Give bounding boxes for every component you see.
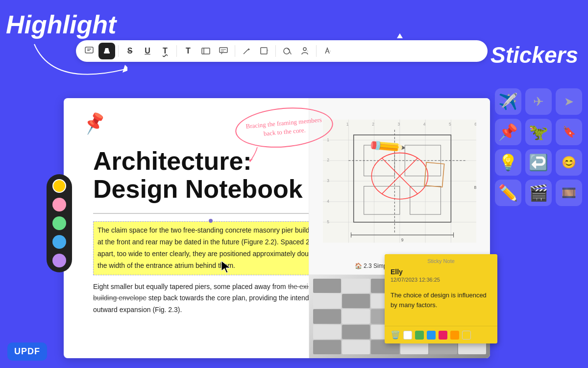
triangle-decoration xyxy=(397,33,403,38)
comment-button[interactable] xyxy=(81,43,98,59)
document-title: Architecture:Design Notebook xyxy=(93,147,328,203)
pencil-button[interactable] xyxy=(238,43,255,59)
color-palette xyxy=(47,174,72,272)
svg-rect-15 xyxy=(261,48,267,54)
building-cell xyxy=(313,309,341,323)
color-yellow[interactable] xyxy=(52,179,66,193)
squiggle-button[interactable]: T xyxy=(157,43,173,59)
building-cell xyxy=(342,279,370,293)
svg-rect-8 xyxy=(220,48,227,53)
doc-divider xyxy=(93,213,328,214)
svg-text:3: 3 xyxy=(397,122,400,127)
sticker-arrow-3[interactable]: 🔖 xyxy=(556,119,582,145)
svg-text:5: 5 xyxy=(449,122,451,127)
sticky-note: Sticky Note Elly 12/07/2023 12:36:25 The… xyxy=(385,254,497,343)
sticker-dinosaur[interactable]: 🦖 xyxy=(525,119,552,145)
toolbar: S U T T xyxy=(76,40,488,62)
fill-button[interactable] xyxy=(279,43,295,59)
shapes-button[interactable] xyxy=(256,43,272,59)
sticky-color-yellow[interactable] xyxy=(462,331,471,340)
sticky-color-orange[interactable] xyxy=(450,331,459,340)
svg-rect-4 xyxy=(104,52,110,53)
sticker-pushpin[interactable]: 📌 xyxy=(495,119,521,145)
sticky-color-pink[interactable] xyxy=(439,331,447,340)
floor-plan-area: 1 2 3 4 5 6 1 2 3 4 5 xyxy=(309,98,490,275)
building-cell xyxy=(342,294,370,308)
toolbar-divider-5 xyxy=(316,45,317,57)
underline-button[interactable]: U xyxy=(139,43,156,59)
svg-point-17 xyxy=(303,48,306,51)
sticker-undo-arrow[interactable]: ↩️ xyxy=(525,149,552,176)
svg-marker-0 xyxy=(122,65,127,73)
svg-text:6: 6 xyxy=(474,122,476,127)
bubble-text: Bracing the framing members back to the … xyxy=(234,104,335,152)
building-cell xyxy=(313,325,341,339)
building-cell xyxy=(313,340,341,354)
toolbar-divider-4 xyxy=(275,45,276,57)
sticky-note-footer: 🗑️ xyxy=(385,326,497,343)
color-blue[interactable] xyxy=(52,235,66,249)
svg-text:2: 2 xyxy=(327,158,329,162)
building-cell xyxy=(342,340,370,354)
color-pink[interactable] xyxy=(52,198,66,211)
callout-button[interactable] xyxy=(215,43,232,59)
sticky-color-white[interactable] xyxy=(403,331,412,340)
toolbar-divider-2 xyxy=(176,45,177,57)
svg-rect-6 xyxy=(202,48,210,54)
svg-rect-1 xyxy=(85,47,93,53)
paragraph-2: Eight smaller but equally tapered piers,… xyxy=(93,281,328,316)
sticky-note-delete-button[interactable]: 🗑️ xyxy=(391,330,400,340)
sticker-arrow-right[interactable]: ➤ xyxy=(556,88,582,115)
pin-icon: 📌 xyxy=(81,110,107,136)
svg-text:8: 8 xyxy=(474,185,476,190)
sticky-color-blue[interactable] xyxy=(427,331,436,340)
sticky-note-author: Elly xyxy=(385,266,497,277)
building-cell xyxy=(342,325,370,339)
text-button[interactable]: T xyxy=(180,43,196,59)
highlight-button[interactable] xyxy=(98,43,115,59)
sticker-pencil[interactable]: ✏️ xyxy=(495,180,521,206)
svg-text:1: 1 xyxy=(346,122,349,127)
building-cell xyxy=(313,279,341,293)
building-cell xyxy=(313,294,341,308)
document-body: The claim space for the two free-standin… xyxy=(93,221,328,316)
svg-text:2: 2 xyxy=(372,122,374,127)
svg-text:9: 9 xyxy=(401,237,403,242)
sticker-smiley[interactable]: 😊 xyxy=(556,149,582,176)
svg-text:5: 5 xyxy=(327,219,329,224)
svg-line-14 xyxy=(244,53,245,54)
sticker-paper-plane-1[interactable]: ✈️ xyxy=(495,88,521,115)
updf-logo[interactable]: UPDF xyxy=(7,342,47,361)
stickers-panel: ✈️ ✈ ➤ 📌 🦖 🔖 💡 ↩️ 😊 ✏️ 🎬 🎞️ xyxy=(492,86,583,209)
strikethrough-button[interactable]: S xyxy=(122,43,138,59)
svg-text:3: 3 xyxy=(327,178,329,183)
sticky-note-title: Sticky Note xyxy=(427,258,455,264)
sticker-clapperboard[interactable]: 🎬 xyxy=(525,180,552,206)
toolbar-divider-3 xyxy=(235,45,235,57)
text-box-button[interactable] xyxy=(197,43,214,59)
sticker-film[interactable]: 🎞️ xyxy=(556,180,582,206)
building-cell xyxy=(342,309,370,323)
sticker-lightbulb[interactable]: 💡 xyxy=(495,149,521,176)
sticky-color-green[interactable] xyxy=(415,331,424,340)
highlight-label: Highlight xyxy=(6,10,116,39)
floor-plan-svg: 1 2 3 4 5 6 1 2 3 4 5 xyxy=(323,111,477,261)
color-green[interactable] xyxy=(52,216,66,230)
sticky-note-date: 12/07/2023 12:36:25 xyxy=(385,277,497,287)
person-button[interactable] xyxy=(296,43,313,59)
sticky-note-header: Sticky Note xyxy=(385,254,497,266)
stickers-label: Stickers xyxy=(490,42,578,68)
bubble-arrow xyxy=(250,147,279,162)
strikethrough-text: the existing building envelope xyxy=(93,283,322,302)
color-purple[interactable] xyxy=(52,254,66,267)
pen-settings-button[interactable] xyxy=(319,43,336,59)
toolbar-divider-1 xyxy=(118,45,119,57)
svg-text:4: 4 xyxy=(327,199,329,204)
svg-text:4: 4 xyxy=(423,122,425,127)
speech-bubble: Bracing the framing members back to the … xyxy=(235,108,333,147)
svg-marker-5 xyxy=(104,48,109,52)
sticker-paper-plane-2[interactable]: ✈ xyxy=(525,88,552,115)
sticky-note-content[interactable]: The choice of design is influenced by ma… xyxy=(385,287,497,326)
